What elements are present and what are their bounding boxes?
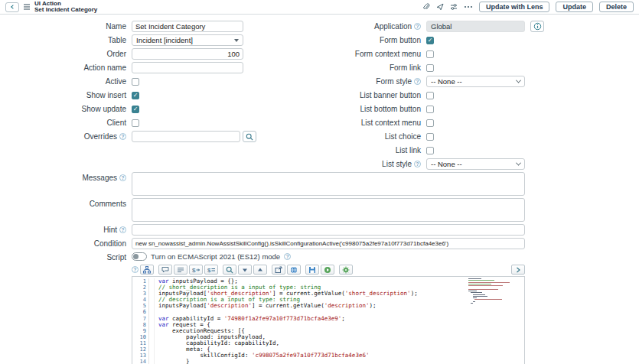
client-label: Client [106, 119, 126, 127]
save-icon [308, 266, 316, 274]
comments-textarea[interactable] [132, 198, 525, 222]
action-name-input[interactable] [132, 62, 243, 73]
form-button-row: Form button [329, 34, 639, 46]
script-debugger-button[interactable] [321, 265, 334, 275]
form-link-label: Form link [390, 63, 421, 72]
replace-all-button[interactable]: $ [204, 265, 218, 275]
open-in-new-window-button[interactable] [272, 265, 285, 275]
text-lines-icon [177, 266, 184, 274]
list-style-select[interactable]: -- None -- [426, 158, 525, 170]
gear-icon [342, 266, 350, 274]
attachment-icon[interactable] [422, 3, 430, 11]
order-row: Order [0, 48, 329, 60]
form-button-label: Form button [380, 36, 421, 44]
list-style-row: List style -- None -- [329, 158, 639, 170]
client-checkbox[interactable] [132, 119, 139, 127]
code-area[interactable]: 1var inputsPayload = {};2// short_descri… [132, 276, 525, 364]
help-icon[interactable] [414, 23, 421, 30]
editor-settings-button[interactable] [339, 265, 353, 275]
form-style-select[interactable]: -- None -- [426, 76, 525, 87]
help-icon[interactable] [414, 78, 421, 85]
paper-plane-icon[interactable] [436, 3, 444, 11]
es-mode-toggle[interactable] [132, 252, 147, 261]
back-button[interactable] [5, 2, 19, 12]
script-editor: Turn on ECMAScript 2021 (ES12) mode [132, 252, 525, 364]
form-context-menu-label: Form context menu [355, 50, 421, 58]
list-link-checkbox[interactable] [426, 147, 434, 154]
name-label: Name [106, 22, 126, 31]
format-code-button[interactable] [140, 265, 154, 275]
list-choice-checkbox[interactable] [426, 133, 434, 141]
table-row: Table Incident [incident] [0, 34, 329, 46]
comments-row: Comments [0, 198, 639, 222]
info-icon [533, 22, 542, 31]
list-bottom-button-label: List bottom button [360, 105, 422, 113]
help-icon[interactable] [414, 161, 421, 167]
help-icon[interactable] [119, 133, 126, 140]
personalize-sliders-icon[interactable] [450, 3, 458, 11]
form-link-checkbox[interactable] [426, 64, 434, 72]
globe-icon [290, 266, 298, 274]
form-button-checkbox[interactable] [426, 37, 434, 44]
list-bottom-button-row: List bottom button [329, 103, 639, 115]
update-with-lens-button[interactable]: Update with Lens [479, 2, 550, 12]
overrides-input[interactable] [132, 131, 240, 142]
form-header: UI Action Set Incident Category Update w… [0, 0, 639, 15]
list-style-label: List style [382, 160, 412, 168]
name-input[interactable] [132, 21, 243, 32]
application-label: Application [374, 22, 412, 31]
comment-lines-button[interactable] [174, 265, 187, 275]
show-insert-checkbox[interactable] [132, 92, 139, 99]
form-context-menu-checkbox[interactable] [426, 50, 434, 58]
form-style-row: Form style -- None -- [329, 76, 639, 87]
show-update-checkbox[interactable] [132, 106, 139, 113]
more-options-icon[interactable] [464, 3, 473, 11]
table-select-value: Incident [incident] [136, 36, 234, 44]
messages-textarea[interactable] [132, 172, 525, 196]
hint-row: Hint [0, 224, 639, 236]
list-context-menu-checkbox[interactable] [426, 119, 434, 127]
toggle-comment-button[interactable] [158, 265, 172, 275]
delete-button[interactable]: Delete [599, 2, 634, 12]
save-script-button[interactable] [305, 265, 319, 275]
find-previous-button[interactable] [253, 265, 267, 275]
list-link-row: List link [329, 145, 639, 156]
script-help-icon[interactable] [132, 266, 139, 273]
search-icon [246, 133, 253, 141]
table-select[interactable]: Incident [incident] [132, 34, 243, 46]
toolbar-expand-button[interactable] [511, 265, 525, 275]
list-context-menu-label: List context menu [361, 119, 421, 127]
chevron-down-icon [241, 266, 249, 274]
replace-all-icon: $ [207, 266, 216, 274]
action-name-row: Action name [0, 62, 329, 73]
list-bottom-button-checkbox[interactable] [426, 106, 434, 113]
syntax-check-button[interactable] [287, 265, 301, 275]
overrides-lookup-button[interactable] [243, 131, 256, 142]
update-button[interactable]: Update [556, 2, 593, 12]
help-icon[interactable] [119, 174, 126, 181]
list-choice-row: List choice [329, 131, 639, 142]
play-circle-icon [324, 266, 331, 274]
popout-icon [275, 266, 282, 274]
application-info-button[interactable] [530, 21, 544, 32]
hint-input[interactable] [132, 224, 525, 236]
order-input[interactable] [132, 48, 243, 60]
help-icon[interactable] [119, 226, 126, 233]
list-context-menu-row: List context menu [329, 117, 639, 128]
condition-input[interactable] [132, 238, 525, 249]
overrides-row: Overrides [0, 131, 329, 142]
svg-text:$: $ [207, 267, 211, 274]
condition-row: Condition [0, 238, 639, 249]
replace-button[interactable]: $ [189, 265, 203, 275]
action-name-label: Action name [83, 63, 126, 72]
search-button[interactable] [223, 265, 236, 275]
help-icon[interactable] [284, 253, 291, 260]
list-banner-button-checkbox[interactable] [426, 92, 434, 99]
hint-label: Hint [103, 226, 117, 234]
active-label: Active [106, 77, 126, 86]
show-insert-label: Show insert [86, 91, 126, 99]
active-checkbox[interactable] [132, 78, 139, 86]
find-next-button[interactable] [238, 265, 252, 275]
form-context-menu-icon[interactable] [24, 4, 30, 10]
code-lines: 1var inputsPayload = {};2// short_descri… [132, 277, 524, 364]
